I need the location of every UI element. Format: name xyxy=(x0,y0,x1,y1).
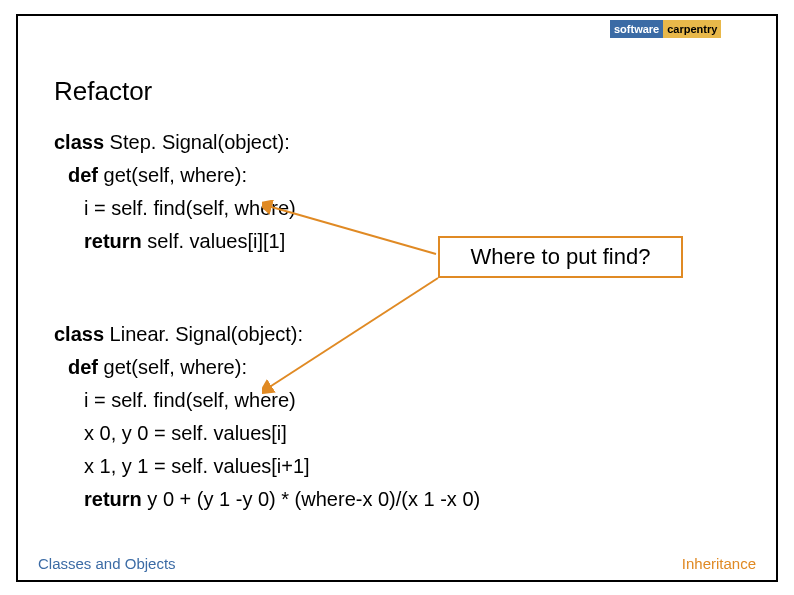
code-line: x 1, y 1 = self. values[i+1] xyxy=(54,450,480,483)
slide-title: Refactor xyxy=(54,76,152,107)
keyword-return: return xyxy=(84,488,142,510)
code-line: i = self. find(self, where) xyxy=(54,192,296,225)
code-line: return y 0 + (y 1 -y 0) * (where-x 0)/(x… xyxy=(54,483,480,516)
code-block-step-signal: class Step. Signal(object): def get(self… xyxy=(54,126,296,258)
code-line: return self. values[i][1] xyxy=(54,225,296,258)
keyword-return: return xyxy=(84,230,142,252)
code-line: class Step. Signal(object): xyxy=(54,126,296,159)
keyword-class: class xyxy=(54,131,104,153)
footer: Classes and Objects Inheritance xyxy=(38,555,756,572)
code-line: def get(self, where): xyxy=(54,159,296,192)
code-line: class Linear. Signal(object): xyxy=(54,318,480,351)
logo: software carpentry xyxy=(610,20,770,50)
code-text: self. values[i][1] xyxy=(142,230,285,252)
code-text: y 0 + (y 1 -y 0) * (where-x 0)/(x 1 -x 0… xyxy=(142,488,480,510)
footer-right-text: Inheritance xyxy=(682,555,756,572)
code-block-linear-signal: class Linear. Signal(object): def get(se… xyxy=(54,318,480,516)
code-text: Step. Signal(object): xyxy=(104,131,290,153)
keyword-def: def xyxy=(68,164,98,186)
code-text: Linear. Signal(object): xyxy=(104,323,303,345)
callout-text: Where to put find? xyxy=(471,244,651,270)
code-line: x 0, y 0 = self. values[i] xyxy=(54,417,480,450)
code-text: get(self, where): xyxy=(98,356,247,378)
logo-right-text: carpentry xyxy=(663,20,721,38)
logo-left-text: software xyxy=(610,20,663,38)
keyword-class: class xyxy=(54,323,104,345)
code-line: i = self. find(self, where) xyxy=(54,384,480,417)
logo-row: software carpentry xyxy=(610,20,770,38)
slide-frame: software carpentry Refactor class Step. … xyxy=(16,14,778,582)
code-text: get(self, where): xyxy=(98,164,247,186)
code-line: def get(self, where): xyxy=(54,351,480,384)
callout-box: Where to put find? xyxy=(438,236,683,278)
footer-left-text: Classes and Objects xyxy=(38,555,176,572)
keyword-def: def xyxy=(68,356,98,378)
